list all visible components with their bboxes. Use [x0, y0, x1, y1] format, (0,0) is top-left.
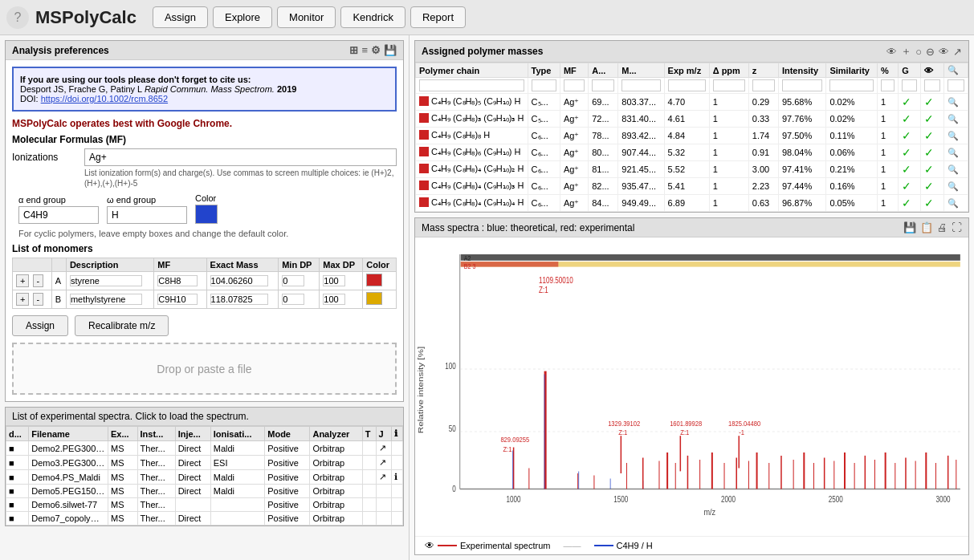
list-item[interactable]: ■Demo2.PEG3000_MaldiMSTher...DirectMaldi… — [6, 441, 403, 456]
dropzone[interactable]: Drop or paste a file — [12, 343, 397, 395]
nav-explore[interactable]: Explore — [213, 6, 272, 28]
plus-icon[interactable]: ＋ — [901, 44, 911, 59]
analysis-preferences-panel: Analysis preferences ⊞ ≡ ⚙ 💾 If you are … — [5, 40, 404, 402]
monomer-mass-input[interactable] — [210, 294, 268, 305]
spectra-col-header: ℹ — [392, 427, 403, 441]
ionization-input[interactable] — [84, 148, 397, 166]
check-icon: ✓ — [902, 112, 911, 125]
grid-icon[interactable]: ⊞ — [349, 44, 358, 56]
monomer-min-input[interactable] — [282, 294, 304, 305]
monomer-ctrl: + - — [13, 290, 52, 309]
ionization-row: Ionizations List ionization form(s) and … — [12, 148, 397, 189]
assigned-cell[interactable]: 🔍 — [943, 161, 968, 178]
assigned-cell[interactable]: 🔍 — [943, 178, 968, 195]
monomer-add-btn[interactable]: + — [16, 274, 29, 287]
filter-input[interactable] — [752, 79, 775, 91]
minus-icon[interactable]: ○ — [915, 46, 922, 58]
assigned-cell[interactable]: ✓ — [921, 111, 943, 128]
assigned-cell[interactable]: ✓ — [921, 94, 943, 111]
assign-button[interactable]: Assign — [12, 315, 68, 336]
assigned-cell[interactable]: ✓ — [921, 144, 943, 161]
settings-icon[interactable]: ⚙ — [371, 44, 381, 56]
monomer-add-btn[interactable]: + — [16, 293, 29, 306]
filter-input[interactable] — [592, 79, 614, 91]
assigned-cell[interactable]: ✓ — [921, 178, 943, 195]
eye-legend-icon[interactable]: 👁 — [425, 540, 434, 551]
list-item[interactable]: ■Demo5.PEG1500_Maldi_...MSTher...DirectM… — [6, 485, 403, 498]
assigned-cell[interactable]: 🔍 — [943, 144, 968, 161]
assigned-cell[interactable]: ✓ — [921, 161, 943, 178]
eye2-icon[interactable]: 👁 — [939, 46, 949, 58]
filter-input[interactable] — [419, 79, 524, 91]
list-item[interactable]: ■Demo4.PS_MaldiMSTher...DirectMaldiPosit… — [6, 470, 403, 485]
assigned-cell: 0.29 — [748, 94, 778, 111]
monomer-max-input[interactable] — [323, 275, 345, 286]
monomer-max-input[interactable] — [323, 294, 345, 305]
spectra-col-header: Ex... — [108, 427, 137, 441]
save-icon[interactable]: 💾 — [384, 44, 397, 56]
eye-icon[interactable]: 👁 — [886, 46, 897, 58]
omega-input[interactable] — [107, 206, 187, 224]
spectra-table: d...FilenameEx...Inst...Inje...Ionisati.… — [6, 426, 403, 526]
assigned-col-header: % — [877, 63, 898, 78]
monomer-del-btn[interactable]: - — [33, 293, 44, 306]
chain-name: C₄H₉ (C₈H₈)₃ (C₉H₁₀)₃ H — [431, 113, 524, 124]
monomer-color-swatch[interactable] — [366, 274, 382, 286]
check-icon: ✓ — [924, 180, 934, 193]
monomer-desc-input[interactable] — [70, 275, 142, 286]
filter-input[interactable] — [948, 79, 964, 91]
list-item[interactable]: ■Demo3.PEG3000_ESIMSTher...DirectESIPosi… — [6, 456, 403, 470]
assigned-cell[interactable]: 🔍 — [943, 111, 968, 128]
filter-input[interactable] — [713, 79, 745, 91]
chart-expand-icon[interactable]: ⛶ — [952, 221, 962, 233]
circle-minus-icon[interactable]: ⊖ — [926, 46, 935, 58]
color-swatch[interactable] — [195, 205, 218, 224]
assigned-row: C₄H₉ (C₈H₈)₅ (C₉H₁₀) HC₅...Ag⁺69...803.3… — [416, 94, 968, 111]
filter-input[interactable] — [881, 79, 895, 91]
list-icon[interactable]: ≡ — [361, 44, 368, 56]
filter-input[interactable] — [829, 79, 874, 91]
list-item[interactable]: ■Demo7_copolymerMSTher...DirectPositiveO… — [6, 512, 403, 526]
monomer-desc-input[interactable] — [70, 294, 142, 305]
alpha-input[interactable] — [18, 206, 99, 224]
filter-input[interactable] — [621, 79, 660, 91]
assigned-cell[interactable]: 🔍 — [943, 195, 968, 212]
export-icon[interactable]: ↗ — [953, 46, 962, 58]
monomer-mf-input[interactable] — [157, 294, 198, 305]
filter-input[interactable] — [902, 79, 917, 91]
monomer-mf-input[interactable] — [157, 275, 198, 286]
monomer-color-swatch[interactable] — [366, 292, 382, 305]
assigned-cell[interactable]: ✓ — [921, 128, 943, 144]
chart-save-icon[interactable]: 💾 — [903, 221, 916, 233]
spectra-cell: MS — [108, 485, 137, 498]
spectra-cell: ESI — [210, 456, 264, 470]
recalibrate-button[interactable]: Recalibrate m/z — [75, 315, 169, 336]
assigned-cell[interactable]: ✓ — [921, 195, 943, 212]
filter-cell — [709, 78, 748, 94]
filter-input[interactable] — [668, 79, 706, 91]
filter-input[interactable] — [924, 79, 939, 91]
chain-color-bar — [419, 164, 429, 173]
list-item[interactable]: ■Demo6.silwet-77MSTher...PositiveOrbitra… — [6, 498, 403, 512]
nav-kendrick[interactable]: Kendrick — [340, 6, 405, 28]
nav-assign[interactable]: Assign — [153, 6, 208, 28]
assigned-cell[interactable]: 🔍 — [943, 94, 968, 111]
nav-monitor[interactable]: Monitor — [277, 6, 336, 28]
monomer-del-btn[interactable]: - — [33, 274, 44, 287]
chart-print-icon[interactable]: 🖨 — [937, 221, 948, 233]
spectra-cell — [392, 485, 403, 498]
filter-input[interactable] — [564, 79, 585, 91]
citation-doi-link[interactable]: https://doi.org/10.1002/rcm.8652 — [41, 94, 168, 103]
spectra-cell: ■ — [6, 485, 29, 498]
polymer-chain-cell: C₄H₉ (C₈H₈)₈ H — [416, 128, 528, 144]
monomer-min-input[interactable] — [282, 275, 304, 286]
chart-copy-icon[interactable]: 📋 — [920, 221, 933, 233]
filter-input[interactable] — [532, 79, 556, 91]
action-row: Assign Recalibrate m/z — [12, 315, 397, 336]
monomer-mass-input[interactable] — [210, 275, 268, 286]
nav-report[interactable]: Report — [410, 6, 466, 28]
assigned-cell: 4.61 — [664, 111, 709, 128]
filter-input[interactable] — [782, 79, 823, 91]
spectra-cell: Ther... — [137, 470, 175, 485]
assigned-cell[interactable]: 🔍 — [943, 128, 968, 144]
